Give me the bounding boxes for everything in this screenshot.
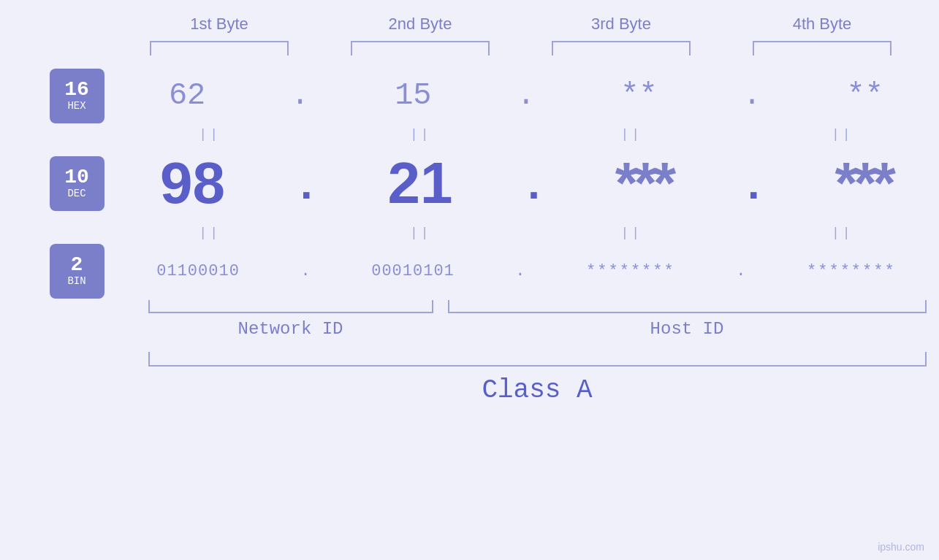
equals-3: || (558, 127, 704, 142)
byte-headers: 1st Byte 2nd Byte 3rd Byte 4th Byte (119, 15, 923, 34)
equals-7: || (558, 226, 704, 240)
bin-dot-1: . (300, 262, 310, 280)
dec-dot-3: . (740, 162, 767, 212)
dec-val-4: *** (835, 150, 892, 217)
equals-5: || (137, 226, 283, 240)
hex-dot-1: . (291, 78, 309, 113)
host-bracket (448, 300, 927, 313)
dec-val-3: *** (615, 150, 672, 217)
dec-dot-1: . (293, 162, 319, 212)
hex-val-3: ** (620, 78, 657, 113)
dec-val-1: 98 (160, 150, 225, 217)
top-brackets (119, 41, 923, 55)
bin-dot-3: . (736, 262, 745, 280)
bin-badge: 2 BIN (50, 244, 104, 299)
hex-val-2: 15 (395, 78, 431, 113)
equals-2: || (348, 127, 494, 142)
byte-label-2: 2nd Byte (340, 15, 501, 34)
byte-label-3: 3rd Byte (541, 15, 702, 34)
hex-dot-3: . (743, 78, 761, 113)
dec-val-2: 21 (387, 150, 452, 217)
host-id-label: Host ID (448, 319, 927, 339)
full-bottom-bracket (148, 352, 927, 367)
bin-val-4: ******** (807, 262, 896, 280)
equals-1: || (137, 127, 283, 142)
network-bracket (148, 300, 433, 313)
hex-val-1: 62 (169, 78, 205, 113)
byte-label-4: 4th Byte (742, 15, 902, 34)
bracket-1 (150, 41, 289, 55)
bin-val-2: 00010101 (371, 262, 455, 280)
bracket-2 (351, 41, 490, 55)
equals-6: || (348, 226, 494, 240)
bracket-4 (753, 41, 892, 55)
bin-val-1: 01100010 (156, 262, 240, 280)
equals-8: || (769, 226, 916, 240)
hex-val-4: ** (847, 78, 883, 113)
dec-dot-2: . (521, 162, 547, 212)
class-label: Class A (148, 375, 927, 405)
bin-dot-2: . (515, 262, 525, 280)
dec-badge: 10 DEC (50, 156, 104, 211)
network-id-label: Network ID (148, 319, 433, 339)
byte-label-1: 1st Byte (139, 15, 300, 34)
watermark: ipshu.com (878, 541, 924, 553)
hex-badge: 16 HEX (50, 69, 104, 123)
hex-dot-2: . (517, 78, 535, 113)
bin-val-3: ******** (586, 262, 675, 280)
equals-4: || (769, 127, 916, 142)
main-container: 1st Byte 2nd Byte 3rd Byte 4th Byte 16 H… (0, 0, 939, 560)
bracket-3 (552, 41, 691, 55)
